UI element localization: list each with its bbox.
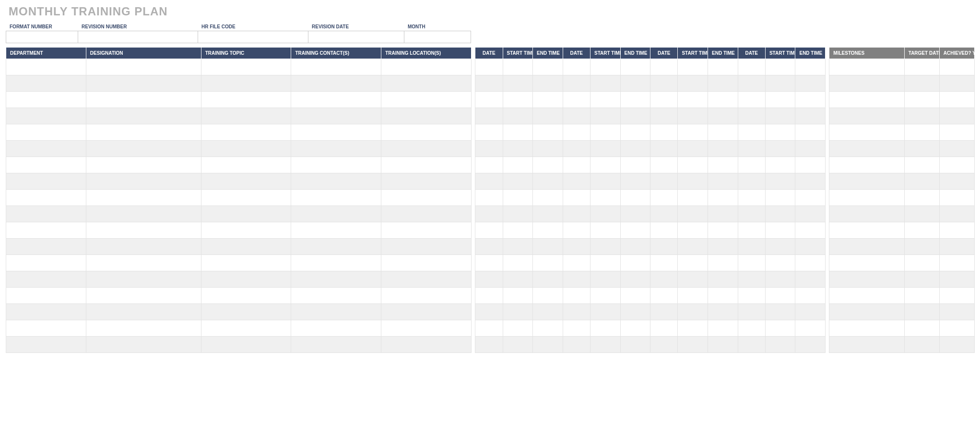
- cell[interactable]: [590, 304, 620, 320]
- cell[interactable]: [795, 337, 826, 353]
- cell[interactable]: [475, 239, 503, 255]
- cell[interactable]: [590, 124, 620, 141]
- cell[interactable]: [620, 288, 650, 304]
- cell[interactable]: [829, 206, 904, 222]
- cell[interactable]: [738, 59, 765, 75]
- cell[interactable]: [381, 239, 472, 255]
- cell[interactable]: [201, 320, 291, 337]
- cell[interactable]: [475, 271, 503, 288]
- cell[interactable]: [650, 255, 678, 271]
- cell[interactable]: [765, 59, 795, 75]
- cell[interactable]: [86, 304, 201, 320]
- cell[interactable]: [381, 173, 472, 190]
- cell[interactable]: [620, 59, 650, 75]
- cell[interactable]: [650, 271, 678, 288]
- cell[interactable]: [503, 190, 533, 206]
- cell[interactable]: [201, 157, 291, 173]
- cell[interactable]: [708, 255, 738, 271]
- cell[interactable]: [765, 320, 795, 337]
- cell[interactable]: [475, 288, 503, 304]
- cell[interactable]: [939, 271, 974, 288]
- cell[interactable]: [738, 124, 765, 141]
- cell[interactable]: [201, 92, 291, 108]
- cell[interactable]: [563, 239, 590, 255]
- cell[interactable]: [475, 173, 503, 190]
- cell[interactable]: [904, 108, 939, 124]
- cell[interactable]: [533, 206, 563, 222]
- cell[interactable]: [939, 124, 974, 141]
- cell[interactable]: [563, 320, 590, 337]
- cell[interactable]: [86, 337, 201, 353]
- cell[interactable]: [738, 337, 765, 353]
- cell[interactable]: [563, 304, 590, 320]
- cell[interactable]: [939, 255, 974, 271]
- cell[interactable]: [533, 59, 563, 75]
- cell[interactable]: [829, 124, 904, 141]
- cell[interactable]: [939, 141, 974, 157]
- cell[interactable]: [201, 141, 291, 157]
- cell[interactable]: [475, 124, 503, 141]
- cell[interactable]: [904, 190, 939, 206]
- cell[interactable]: [904, 288, 939, 304]
- cell[interactable]: [563, 141, 590, 157]
- cell[interactable]: [738, 141, 765, 157]
- cell[interactable]: [904, 239, 939, 255]
- cell[interactable]: [201, 288, 291, 304]
- cell[interactable]: [86, 173, 201, 190]
- cell[interactable]: [678, 206, 708, 222]
- cell[interactable]: [503, 222, 533, 239]
- cell[interactable]: [829, 141, 904, 157]
- cell[interactable]: [503, 141, 533, 157]
- cell[interactable]: [6, 190, 86, 206]
- cell[interactable]: [6, 304, 86, 320]
- cell[interactable]: [563, 92, 590, 108]
- cell[interactable]: [533, 337, 563, 353]
- cell[interactable]: [291, 320, 381, 337]
- cell[interactable]: [829, 320, 904, 337]
- cell[interactable]: [678, 190, 708, 206]
- cell[interactable]: [381, 337, 472, 353]
- cell[interactable]: [829, 92, 904, 108]
- cell[interactable]: [738, 108, 765, 124]
- cell[interactable]: [503, 173, 533, 190]
- cell[interactable]: [563, 337, 590, 353]
- cell[interactable]: [765, 222, 795, 239]
- cell[interactable]: [381, 304, 472, 320]
- cell[interactable]: [381, 141, 472, 157]
- cell[interactable]: [620, 304, 650, 320]
- cell[interactable]: [381, 59, 472, 75]
- cell[interactable]: [708, 190, 738, 206]
- cell[interactable]: [738, 190, 765, 206]
- cell[interactable]: [738, 206, 765, 222]
- cell[interactable]: [590, 206, 620, 222]
- cell[interactable]: [708, 108, 738, 124]
- cell[interactable]: [939, 59, 974, 75]
- cell[interactable]: [620, 141, 650, 157]
- cell[interactable]: [829, 75, 904, 92]
- cell[interactable]: [939, 108, 974, 124]
- cell[interactable]: [765, 239, 795, 255]
- cell[interactable]: [381, 255, 472, 271]
- cell[interactable]: [291, 206, 381, 222]
- cell[interactable]: [708, 222, 738, 239]
- cell[interactable]: [86, 141, 201, 157]
- meta-input[interactable]: [308, 31, 404, 43]
- cell[interactable]: [795, 222, 826, 239]
- cell[interactable]: [904, 271, 939, 288]
- cell[interactable]: [939, 288, 974, 304]
- cell[interactable]: [533, 92, 563, 108]
- cell[interactable]: [6, 75, 86, 92]
- cell[interactable]: [708, 124, 738, 141]
- cell[interactable]: [503, 337, 533, 353]
- cell[interactable]: [765, 206, 795, 222]
- cell[interactable]: [475, 222, 503, 239]
- cell[interactable]: [381, 206, 472, 222]
- cell[interactable]: [563, 222, 590, 239]
- cell[interactable]: [678, 173, 708, 190]
- cell[interactable]: [650, 206, 678, 222]
- cell[interactable]: [291, 75, 381, 92]
- cell[interactable]: [738, 320, 765, 337]
- cell[interactable]: [381, 75, 472, 92]
- cell[interactable]: [533, 239, 563, 255]
- cell[interactable]: [650, 157, 678, 173]
